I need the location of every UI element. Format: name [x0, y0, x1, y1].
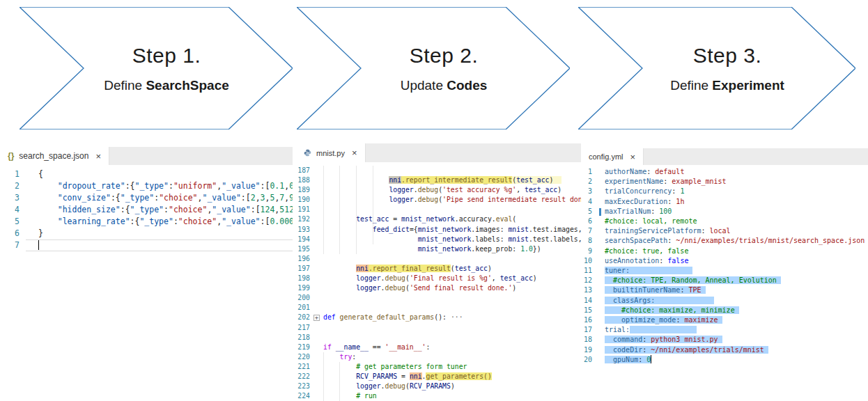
code-token: "_type" — [130, 205, 164, 214]
code-token: , — [516, 186, 525, 194]
code-line: 6} — [0, 228, 293, 239]
code-line: 3trialConcurrency: 1 — [581, 187, 868, 196]
code-editor-area[interactable]: 1authorName: default2experimentName: exa… — [581, 165, 868, 365]
code-text — [313, 293, 581, 303]
code-token: local — [710, 227, 731, 235]
code-token — [701, 286, 705, 294]
code-token: :{ — [125, 181, 135, 191]
code-text: try: — [313, 352, 581, 362]
code-token — [655, 297, 713, 304]
code-token: debug — [418, 186, 439, 194]
code-text: "conv_size":{"_type":"choice","_value":[… — [26, 192, 293, 204]
step-1-chevron: Step 1. Define SearchSpace — [20, 7, 293, 129]
line-number: 191 — [296, 205, 313, 214]
code-token: ~/nni/examples/trials/mnist/search_space… — [676, 237, 865, 244]
tab-config-yml[interactable]: config.yml × — [581, 148, 644, 165]
code-text: gpuNum: 0 — [596, 355, 868, 365]
code-token: generate_default_params — [340, 313, 435, 321]
code-token: logger — [389, 186, 413, 194]
close-icon[interactable]: × — [630, 152, 636, 162]
code-token: "conv_size" — [58, 193, 111, 203]
code-token — [605, 356, 613, 363]
code-line: 217 — [296, 323, 581, 333]
code-token: RCV_PARAMS — [410, 382, 451, 390]
code-line: 193 feed_dict={mnist_network.images: mni… — [296, 225, 581, 235]
code-token: "_value" — [202, 193, 240, 203]
code-token: "choice" — [169, 205, 207, 214]
line-number: 2 — [581, 177, 596, 187]
code-token — [764, 346, 768, 354]
code-text: "dropout_rate":{"_type":"uniform","_valu… — [26, 180, 293, 192]
code-token: 1h — [676, 198, 684, 205]
code-text: maxTrialNum: 100 — [596, 207, 868, 217]
code-token: searchSpacePath — [605, 237, 667, 244]
line-number: 223 — [296, 382, 313, 391]
code-line: 218 — [296, 333, 581, 343]
code-token: logger — [356, 274, 380, 282]
code-token: # run — [356, 392, 377, 400]
code-line: 201 — [296, 303, 581, 313]
code-editor-area[interactable]: 1{2 "dropout_rate":{"_type":"uniform","_… — [0, 165, 293, 251]
line-number: 3 — [0, 192, 26, 204]
code-token: codeDir — [613, 346, 642, 354]
code-line: 192 test_acc = mnist_network.accuracy.ev… — [296, 214, 581, 224]
code-token: }) — [533, 245, 541, 253]
close-icon[interactable]: × — [95, 151, 101, 162]
line-number: 196 — [296, 254, 313, 264]
code-token: default — [655, 168, 684, 175]
line-number: 194 — [296, 235, 313, 244]
code-token: classArgs: — [613, 297, 655, 304]
code-token: : — [701, 227, 709, 235]
code-lines: 1authorName: default2experimentName: exa… — [581, 167, 868, 365]
editor-panel-mnist: mnist.py × 187188 nni.report_intermediat… — [296, 143, 581, 401]
code-token: feed_dict — [373, 226, 410, 233]
code-line: 224 # run — [296, 391, 581, 401]
code-token: : — [646, 168, 655, 175]
code-text: } — [26, 228, 293, 239]
json-file-icon: {} — [8, 151, 14, 161]
code-token — [553, 176, 561, 184]
code-text: #choice: true, false — [596, 246, 868, 256]
code-line: 198 logger.debug('Final result is %g', t… — [296, 274, 581, 283]
code-token — [777, 276, 781, 284]
code-token: : — [352, 353, 356, 361]
code-line: 16 optimize_mode: maximize — [581, 315, 868, 325]
code-line: 17trial: — [581, 325, 868, 335]
step-1-subtitle-emphasis: SearchSpace — [146, 78, 228, 93]
code-token: .report_final_result — [369, 265, 451, 272]
line-number: 4 — [581, 197, 596, 207]
line-number: 5 — [0, 216, 26, 228]
tab-mnist-py[interactable]: mnist.py × — [296, 143, 366, 162]
code-line: 221 # get parameters form tuner — [296, 362, 581, 372]
code-text: trialConcurrency: 1 — [596, 187, 868, 196]
code-token: 2 — [251, 193, 256, 203]
line-number: 18 — [581, 335, 596, 345]
code-token: #choice: TPE, Random, Anneal, Evolution — [613, 276, 777, 284]
code-token: :{ — [130, 217, 140, 226]
fold-icon[interactable]: + — [313, 315, 320, 321]
code-token: trial: — [605, 326, 630, 333]
code-token — [605, 286, 613, 294]
code-text: codeDir: ~/nni/examples/trials/mnist — [596, 345, 868, 355]
tab-search-space-json[interactable]: {} search_space.json × — [0, 147, 109, 165]
code-token — [323, 372, 356, 380]
line-number: 190 — [296, 195, 313, 205]
code-token — [605, 306, 621, 314]
code-text: authorName: default — [596, 167, 868, 177]
close-icon[interactable]: × — [352, 148, 357, 158]
code-editor-area[interactable]: 187188 nni.report_intermediate_result(te… — [296, 162, 581, 401]
code-line: 18 command: python3 mnist.py — [581, 335, 868, 345]
code-token: "_value" — [222, 217, 260, 226]
line-number: 20 — [581, 355, 596, 365]
line-number: 6 — [581, 217, 596, 226]
code-text: maxExecDuration: 1h — [596, 197, 868, 207]
code-line: 202+def generate_default_params(): ··· — [296, 313, 581, 322]
code-text: logger.debug(RCV_PARAMS) — [313, 382, 581, 391]
step-2-subtitle-emphasis: Codes — [447, 78, 487, 93]
step-1-subtitle-prefix: Define — [104, 78, 146, 93]
code-token: { — [38, 169, 43, 179]
code-token: "_value" — [212, 205, 250, 214]
code-token: example_mnist — [672, 178, 726, 185]
code-line: 12 #choice: TPE, Random, Anneal, Evoluti… — [581, 276, 868, 285]
code-text: #choice: maximize, minimize — [596, 306, 868, 315]
